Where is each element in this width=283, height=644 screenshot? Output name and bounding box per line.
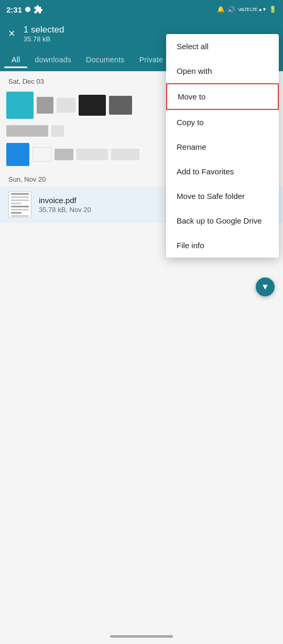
thumb-line-7: [11, 212, 21, 214]
thumbnail-12[interactable]: [111, 149, 139, 160]
menu-item-move-to[interactable]: Move to: [166, 83, 279, 110]
thumbnail-1[interactable]: [6, 92, 34, 119]
selected-info: 1 selected 35.78 kB: [24, 25, 64, 43]
status-right: 🔔 🔊 VoLTE LTE ▲▼ 🔋: [217, 6, 277, 13]
status-bar: 2:31 🔔 🔊 VoLTE LTE ▲▼ 🔋: [0, 0, 283, 19]
network-icons: VoLTE LTE ▲▼: [238, 6, 266, 12]
tab-documents[interactable]: Documents: [79, 51, 132, 68]
status-indicator-dot: [25, 7, 30, 12]
menu-item-select-all[interactable]: Select all: [166, 34, 279, 59]
thumb-line-5: [11, 206, 29, 207]
thumbnail-2[interactable]: [37, 97, 53, 114]
status-time: 2:31: [6, 5, 22, 14]
menu-item-open-with[interactable]: Open with: [166, 59, 279, 83]
menu-item-back-up-to-google-drive[interactable]: Back up to Google Drive: [166, 208, 279, 233]
bottom-nav-bar: [110, 635, 173, 638]
thumb-line-4: [11, 203, 21, 204]
menu-item-rename[interactable]: Rename: [166, 135, 279, 159]
menu-item-file-info[interactable]: File info: [166, 233, 279, 258]
context-menu: Select allOpen withMove toCopy toRenameA…: [166, 34, 279, 258]
tab-private[interactable]: Private: [132, 51, 171, 68]
file-thumbnail-invoice: [8, 192, 31, 218]
menu-item-copy-to[interactable]: Copy to: [166, 110, 279, 135]
thumbnail-3[interactable]: [57, 98, 75, 113]
status-left: 2:31: [6, 5, 43, 14]
alarm-icon: 🔔: [217, 6, 225, 13]
tab-all[interactable]: All: [4, 51, 27, 68]
thumb-line-3: [11, 199, 29, 201]
thumbnail-11[interactable]: [77, 149, 108, 160]
scroll-fab[interactable]: ▼: [256, 277, 275, 296]
tab-downloads[interactable]: downloads: [27, 51, 79, 68]
volume-icon: 🔊: [227, 6, 235, 13]
battery-icon: 🔋: [269, 6, 277, 13]
thumbnail-7[interactable]: [51, 125, 64, 137]
menu-item-move-to-safe-folder[interactable]: Move to Safe folder: [166, 184, 279, 208]
thumbnail-6[interactable]: [6, 125, 48, 137]
file-meta-invoice: 35.78 kB, Nov 20: [39, 206, 91, 214]
thumb-line-1: [11, 193, 29, 195]
close-button[interactable]: ×: [8, 28, 15, 39]
thumbnail-4[interactable]: [79, 95, 106, 116]
file-name-invoice: invoice.pdf: [39, 196, 91, 205]
selected-count-label: 1 selected: [24, 25, 64, 35]
selected-size-label: 35.78 kB: [24, 35, 64, 43]
thumbnail-10[interactable]: [55, 149, 73, 160]
thumbnail-9[interactable]: [32, 147, 51, 162]
thumbnail-5[interactable]: [109, 96, 132, 115]
puzzle-icon: [34, 5, 43, 14]
thumbnail-8[interactable]: [6, 143, 29, 166]
thumb-line-2: [11, 196, 29, 198]
thumb-line-8: [11, 215, 29, 217]
file-details-invoice: invoice.pdf 35.78 kB, Nov 20: [39, 196, 91, 214]
menu-item-add-to-favorites[interactable]: Add to Favorites: [166, 159, 279, 184]
thumb-line-6: [11, 209, 29, 210]
